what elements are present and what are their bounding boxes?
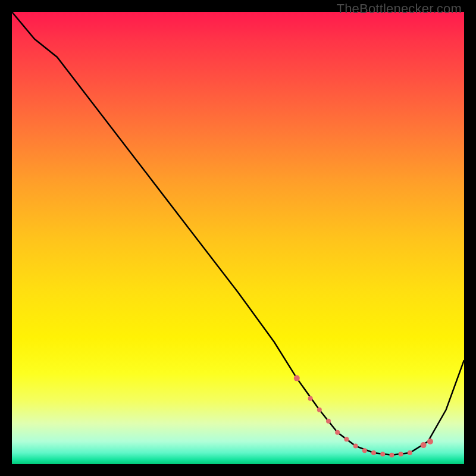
marker-dot [308, 396, 313, 401]
marker-dot [421, 442, 427, 448]
marker-dot [326, 419, 331, 424]
marker-dot [408, 450, 412, 455]
marker-dot [353, 444, 358, 449]
marker-dot [335, 430, 340, 435]
marker-dot [362, 448, 367, 453]
marker-dot [294, 375, 300, 381]
marker-dot [371, 450, 376, 455]
highlight-markers [294, 375, 433, 458]
watermark-text: TheBottlenecker.com [337, 1, 462, 17]
marker-dot [317, 408, 322, 412]
marker-dot [427, 439, 433, 444]
marker-dot [389, 453, 394, 458]
marker-dot [344, 437, 349, 441]
marker-dot [380, 452, 385, 456]
chart-svg [12, 12, 464, 464]
curve-line [12, 12, 464, 455]
chart-area [12, 12, 464, 464]
marker-dot [399, 452, 403, 456]
